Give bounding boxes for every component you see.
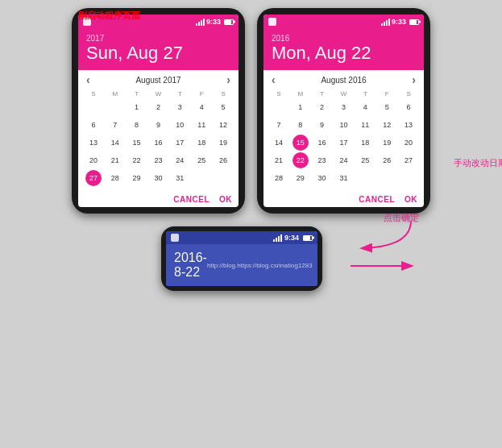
phone2-week2: 7 8 9 10 11 12 13	[268, 116, 419, 134]
phone1-week1: 1 2 3 4 5	[83, 98, 234, 116]
phone1-next-month[interactable]: ›	[223, 73, 234, 86]
phone2-month-nav: ‹ August 2016 ›	[268, 73, 419, 86]
phone1-year: 2017	[86, 34, 230, 43]
bottom-section: 点击确定	[161, 218, 322, 291]
phone2-selected-day[interactable]: 22	[292, 152, 309, 168]
phone1-footer: CANCEL OK	[78, 190, 239, 207]
bottom-signal-icon	[273, 234, 282, 242]
phone2-date-header: 2016 Mon, Aug 22	[263, 29, 424, 70]
phone2-ok-button[interactable]: OK	[405, 195, 417, 204]
phone1-week3: 13 14 15 16 17 18 19	[83, 134, 234, 151]
phone2-month-title: August 2016	[321, 76, 366, 85]
phone1: 9:33 2017 Sun, Aug 27 ‹ August 2017	[72, 8, 245, 214]
phone2-week3: 14 15 16 17 18 19 20	[268, 134, 419, 151]
phone1-date-main: Sun, Aug 27	[86, 43, 230, 64]
signal-icon	[196, 19, 205, 26]
main-container: 9:33 2017 Sun, Aug 27 ‹ August 2017	[0, 0, 502, 299]
phone2-year: 2016	[272, 34, 416, 43]
manual-change-label: 手动改动日期	[454, 157, 502, 169]
phone2-time: 9:33	[392, 18, 406, 26]
phone2-day-headers: S M T W T F S	[268, 89, 419, 98]
phone1-calendar: ‹ August 2017 › S M T W T F S	[78, 70, 239, 190]
phone2-next-month[interactable]: ›	[409, 73, 419, 86]
notification-icon2	[268, 18, 276, 26]
phone2-footer: CANCEL OK	[263, 190, 424, 207]
bottom-screen: 9:34 2016-8-22 http://blog.https://blog.…	[166, 231, 317, 286]
url-text: http://blog.https://blog.csrinatiog1283	[207, 262, 313, 269]
phone1-date-header: 2017 Sun, Aug 27	[78, 29, 239, 70]
phone2-prev-month[interactable]: ‹	[268, 73, 279, 86]
phone1-month-nav: ‹ August 2017 ›	[83, 73, 234, 86]
bottom-time: 9:34	[284, 234, 299, 242]
phone2-screen: 9:33 2016 Mon, Aug 22 ‹ August 2016	[263, 15, 424, 207]
phone2-status-bar: 9:33	[263, 15, 424, 29]
bottom-date-text: 2016-8-22	[174, 251, 207, 280]
phone1-time: 9:33	[206, 18, 221, 26]
phone1-prev-month[interactable]: ‹	[83, 73, 93, 86]
initial-label: 刚启动程序页面	[78, 10, 140, 22]
arrow-confirm	[355, 214, 419, 255]
phone1-month-title: August 2017	[135, 76, 180, 85]
battery-icon	[224, 19, 234, 25]
bottom-battery-icon	[303, 235, 313, 241]
phone2-today[interactable]: 15	[292, 135, 309, 151]
phone1-screen: 9:33 2017 Sun, Aug 27 ‹ August 2017	[78, 15, 239, 207]
phone2-week4: 21 22 23 24 25 26 27	[268, 151, 419, 169]
phone2-cancel-button[interactable]: CANCEL	[359, 195, 395, 204]
phone2-date-main: Mon, Aug 22	[272, 43, 416, 64]
phone1-cancel-button[interactable]: CANCEL	[173, 195, 210, 204]
phone1-week2: 6 7 8 9 10 11 12	[83, 116, 234, 134]
signal-icon2	[381, 19, 390, 26]
phone2: 9:33 2016 Mon, Aug 22 ‹ August 2016	[257, 8, 430, 214]
bottom-date-display: 2016-8-22 http://blog.https://blog.csrin…	[166, 244, 317, 286]
phone2-wrapper: 9:33 2016 Mon, Aug 22 ‹ August 2016	[257, 8, 430, 214]
battery-icon2	[409, 19, 419, 25]
top-row: 9:33 2017 Sun, Aug 27 ‹ August 2017	[8, 8, 494, 214]
phone1-wrapper: 9:33 2017 Sun, Aug 27 ‹ August 2017	[72, 8, 245, 214]
phone1-week4: 20 21 22 23 24 25 26	[83, 151, 234, 169]
phone1-ok-button[interactable]: OK	[219, 195, 232, 204]
bottom-phone: 9:34 2016-8-22 http://blog.https://blog.…	[161, 226, 322, 291]
phone1-week5: 27 28 29 30 31	[83, 169, 234, 187]
phone1-day-headers: S M T W T F S	[83, 89, 234, 98]
phone2-calendar: ‹ August 2016 › S M T W T F S	[263, 70, 424, 190]
phone1-selected-day[interactable]: 27	[85, 170, 102, 186]
bottom-status-bar: 9:34	[166, 231, 317, 244]
bottom-notification-icon	[171, 234, 179, 242]
phone2-week5: 28 29 30 31	[268, 169, 419, 187]
phone2-week1: 1 2 3 4 5 6	[268, 98, 419, 116]
